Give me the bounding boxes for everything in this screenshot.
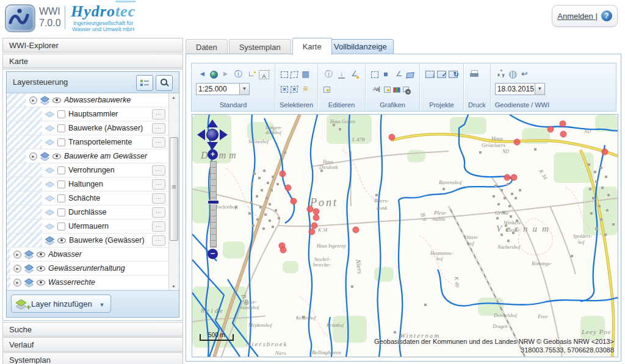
map-marker[interactable] <box>307 206 313 212</box>
project-check-icon[interactable] <box>437 71 446 78</box>
accordion-systemplan[interactable]: Systemplan <box>2 352 183 364</box>
visibility-eye-icon[interactable] <box>37 266 45 271</box>
layer-options-button[interactable]: ... <box>152 109 165 120</box>
tree-scrollbar[interactable]: ▲ ▼ <box>168 93 178 291</box>
accordion-wwi-explorer[interactable]: WWI-Explorer <box>2 38 183 52</box>
label-box-icon[interactable] <box>259 70 269 79</box>
layer-checkbox[interactable] <box>57 180 65 188</box>
visibility-eye-icon[interactable] <box>37 252 45 257</box>
select-list-icon[interactable] <box>300 84 311 94</box>
clear-rect-icon[interactable] <box>281 86 288 93</box>
layer-search-button[interactable] <box>156 75 173 91</box>
project-reload-icon[interactable] <box>449 71 458 78</box>
draw-delete-icon[interactable] <box>403 87 409 92</box>
layer-row[interactable]: Schächte... <box>7 191 179 205</box>
map-marker[interactable] <box>309 229 315 235</box>
map-marker[interactable] <box>547 126 554 132</box>
draw-style-icon[interactable] <box>384 87 391 93</box>
layer-options-button[interactable]: ... <box>152 123 165 134</box>
layer-group-row[interactable]: ▸Abwasserbauwerke <box>7 93 179 107</box>
pan-up-icon[interactable] <box>207 120 218 127</box>
layer-options-button[interactable]: ... <box>152 179 165 190</box>
map-pan-control[interactable] <box>198 121 226 149</box>
layer-options-button[interactable]: ... <box>152 137 165 148</box>
expand-icon[interactable]: ▸ <box>13 251 21 259</box>
marker-info-icon[interactable] <box>233 69 244 79</box>
expand-icon[interactable]: ▸ <box>29 152 37 160</box>
visibility-eye-icon[interactable] <box>37 280 45 285</box>
layer-checkbox[interactable] <box>57 124 65 132</box>
map-marker[interactable] <box>504 174 510 180</box>
scroll-up-icon[interactable]: ▲ <box>169 93 178 102</box>
clear-poly-icon[interactable] <box>290 86 298 93</box>
map-marker[interactable] <box>511 174 517 180</box>
layer-checkbox[interactable] <box>57 209 65 216</box>
layer-options-button[interactable]: ... <box>152 235 165 246</box>
layer-checkbox[interactable] <box>57 138 65 146</box>
scale-select-dropdown-icon[interactable]: ▼ <box>240 83 250 95</box>
layer-row[interactable]: Verrohrungen... <box>7 163 179 177</box>
layer-legend-button[interactable] <box>136 75 153 91</box>
layer-options-button[interactable]: ... <box>152 165 165 176</box>
select-table-icon[interactable] <box>300 69 311 79</box>
visibility-eye-icon[interactable] <box>52 98 61 103</box>
map-marker[interactable] <box>514 139 520 145</box>
expand-icon[interactable]: ▸ <box>13 279 21 287</box>
measure-icon[interactable] <box>246 69 256 79</box>
map-marker[interactable] <box>313 215 319 221</box>
coords-xy-icon[interactable] <box>496 69 507 79</box>
visibility-eye-icon[interactable] <box>57 238 66 243</box>
accordion-karte[interactable]: Karte <box>2 54 183 68</box>
layer-options-button[interactable]: ... <box>152 221 165 232</box>
map-marker[interactable] <box>389 134 395 140</box>
goto-info-icon[interactable] <box>519 69 530 79</box>
layer-checkbox[interactable] <box>57 110 65 118</box>
draw-line-icon[interactable] <box>394 69 404 79</box>
project-import-icon[interactable] <box>425 71 435 78</box>
draw-text-icon[interactable] <box>371 84 381 94</box>
zoom-in-button[interactable]: + <box>208 149 218 160</box>
expand-icon[interactable]: ▸ <box>29 96 37 104</box>
layer-group-row[interactable]: ▸Bauwerke am Gewässer <box>7 149 179 163</box>
layer-row[interactable]: Haltungen... <box>7 177 179 191</box>
tab-karte[interactable]: Karte <box>292 38 332 55</box>
zoom-slider-track[interactable] <box>210 161 217 248</box>
visibility-eye-icon[interactable] <box>52 154 61 159</box>
pan-left-icon[interactable] <box>197 129 205 140</box>
draw-rect-icon[interactable] <box>371 71 378 78</box>
map-marker[interactable] <box>353 227 359 233</box>
map-marker[interactable] <box>291 198 297 204</box>
pan-center-globe-icon[interactable] <box>206 129 219 141</box>
edit-info-icon[interactable] <box>323 69 334 79</box>
accordion-suche[interactable]: Suche <box>2 322 183 337</box>
layer-group-row[interactable]: ▸Wasserrechte <box>7 276 179 290</box>
back-icon[interactable] <box>197 69 208 79</box>
layer-row[interactable]: Transportelemente... <box>7 135 179 149</box>
layer-row[interactable]: Hauptsammler... <box>7 107 179 121</box>
scale-select-value[interactable]: 1:25.000 <box>196 83 240 95</box>
layer-group-row[interactable]: ▸Gewässerunterhaltung <box>7 262 179 276</box>
layer-options-button[interactable]: ... <box>152 193 165 204</box>
select-poly-icon[interactable] <box>290 71 298 79</box>
login-link[interactable]: Anmelden | <box>557 12 598 21</box>
add-layer-button[interactable]: + Layer hinzufügen ▼ <box>11 294 111 313</box>
tab-daten[interactable]: Daten <box>186 39 228 55</box>
pan-right-icon[interactable] <box>220 129 228 140</box>
map-marker[interactable] <box>280 247 286 253</box>
layer-checkbox[interactable] <box>57 194 65 202</box>
edit-line-icon[interactable] <box>349 69 359 79</box>
zoom-out-button[interactable]: − <box>208 249 218 259</box>
date-select-dropdown-icon[interactable]: ▼ <box>535 83 545 95</box>
edit-import-icon[interactable] <box>336 69 347 79</box>
print-icon[interactable] <box>469 69 480 79</box>
layer-row[interactable]: Bauwerke (Gewässer)... <box>7 234 179 248</box>
draw-point-icon[interactable] <box>381 69 391 79</box>
help-icon[interactable]: ? <box>601 10 612 21</box>
layer-row[interactable]: Ufermauern... <box>7 219 179 234</box>
map-marker[interactable] <box>311 223 317 229</box>
forward-icon[interactable] <box>220 69 231 79</box>
map-marker[interactable] <box>285 185 291 191</box>
draw-polygon-icon[interactable] <box>406 72 414 78</box>
map-canvas[interactable]: DammPontVernumWinternamheideNiersbroekLe… <box>192 114 618 357</box>
layer-row[interactable]: Durchlässe... <box>7 205 179 219</box>
